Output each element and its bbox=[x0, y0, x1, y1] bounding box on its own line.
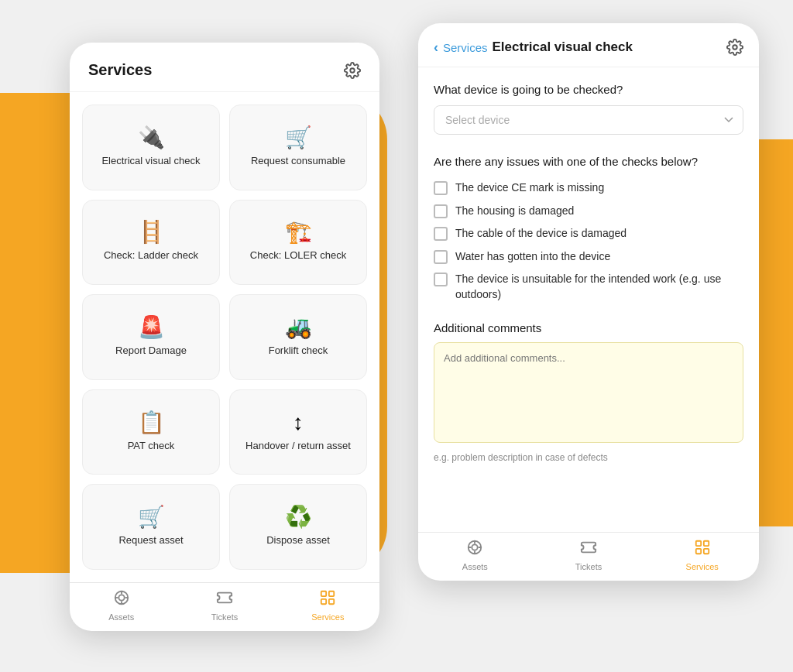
checkbox-list: The device CE mark is missing The housin… bbox=[434, 180, 743, 303]
consumable-icon: 🛒 bbox=[285, 127, 312, 149]
service-card-damage[interactable]: 🚨 Report Damage bbox=[82, 294, 220, 380]
svg-rect-7 bbox=[321, 591, 326, 596]
service-card-consumable[interactable]: 🛒 Request consumable bbox=[229, 105, 367, 190]
forklift-icon: 🚜 bbox=[285, 317, 312, 338]
handover-label: Handover / return asset bbox=[245, 440, 351, 453]
tickets-nav-label-right: Tickets bbox=[575, 562, 602, 571]
svg-rect-21 bbox=[704, 549, 709, 554]
tickets-nav-label: Tickets bbox=[211, 612, 238, 622]
checkbox-cable[interactable] bbox=[434, 227, 448, 241]
assets-nav-icon bbox=[113, 589, 130, 610]
bottom-nav-left: Assets Tickets Services bbox=[70, 582, 379, 631]
services-nav-label: Services bbox=[311, 612, 344, 622]
comments-hint: e.g. problem description in case of defe… bbox=[434, 452, 743, 463]
tickets-nav-icon-right bbox=[580, 539, 597, 560]
pat-label: PAT check bbox=[128, 440, 175, 453]
svg-point-1 bbox=[118, 595, 124, 600]
svg-point-11 bbox=[733, 45, 737, 50]
device-question: What device is going to be checked? bbox=[434, 83, 743, 96]
damage-icon: 🚨 bbox=[138, 317, 165, 338]
assets-nav-label: Assets bbox=[108, 612, 134, 622]
services-grid: 🔌 Electrical visual check 🛒 Request cons… bbox=[70, 92, 379, 582]
checkbox-housing-label: The housing is damaged bbox=[455, 204, 574, 219]
svg-rect-9 bbox=[321, 599, 326, 604]
service-card-handover[interactable]: ↕️ Handover / return asset bbox=[229, 389, 367, 475]
consumable-label: Request consumable bbox=[251, 155, 345, 168]
damage-label: Report Damage bbox=[115, 345, 187, 358]
forklift-label: Forklift check bbox=[269, 345, 328, 358]
svg-rect-20 bbox=[695, 549, 700, 554]
request-asset-icon: 🛒 bbox=[138, 506, 165, 528]
gear-icon-right[interactable] bbox=[726, 39, 743, 56]
service-card-pat[interactable]: 📋 PAT check bbox=[82, 389, 220, 475]
checkbox-water[interactable] bbox=[434, 250, 448, 264]
svg-point-0 bbox=[350, 68, 355, 73]
checkbox-unsuitable-label: The device is unsuitable for the intende… bbox=[455, 272, 743, 302]
checkbox-item-cable: The cable of the device is damaged bbox=[434, 226, 743, 242]
additional-comments-label: Additional comments bbox=[434, 321, 743, 334]
right-phone: ‹ Services Electrical visual check What … bbox=[418, 23, 759, 581]
checkbox-unsuitable[interactable] bbox=[434, 273, 448, 286]
nav-tickets-right[interactable]: Tickets bbox=[532, 539, 646, 571]
assets-nav-label-right: Assets bbox=[462, 562, 488, 571]
checkbox-ce[interactable] bbox=[434, 181, 448, 195]
services-nav-label-right: Services bbox=[686, 562, 719, 571]
comments-textarea[interactable] bbox=[434, 342, 743, 443]
electrical-label: Electrical visual check bbox=[101, 155, 200, 168]
detail-body: What device is going to be checked? Sele… bbox=[418, 67, 759, 532]
nav-assets-right[interactable]: Assets bbox=[418, 539, 532, 571]
checkbox-cable-label: The cable of the device is damaged bbox=[455, 226, 627, 242]
checkbox-item-ce: The device CE mark is missing bbox=[434, 180, 743, 196]
checkbox-water-label: Water has gotten into the device bbox=[455, 249, 610, 265]
svg-rect-18 bbox=[695, 541, 700, 546]
nav-services-right[interactable]: Services bbox=[645, 539, 759, 571]
tickets-nav-icon bbox=[216, 589, 233, 610]
ladder-icon: 🪜 bbox=[138, 221, 165, 243]
detail-header-left: ‹ Services Electrical visual check bbox=[434, 39, 633, 56]
service-card-dispose[interactable]: ♻️ Dispose asset bbox=[229, 484, 367, 570]
electrical-icon: 🔌 bbox=[138, 127, 165, 149]
breadcrumb-services[interactable]: Services bbox=[443, 41, 488, 54]
service-card-ladder[interactable]: 🪜 Check: Ladder check bbox=[82, 200, 220, 286]
request-asset-label: Request asset bbox=[118, 534, 183, 547]
services-nav-icon-right bbox=[694, 539, 711, 560]
bottom-nav-right: Assets Tickets Services bbox=[418, 532, 759, 581]
left-phone: Services 🔌 Electrical visual check 🛒 Req… bbox=[70, 43, 379, 631]
loler-icon: 🏗️ bbox=[285, 221, 312, 243]
pat-icon: 📋 bbox=[138, 412, 165, 434]
back-chevron-icon[interactable]: ‹ bbox=[434, 39, 438, 56]
nav-assets-left[interactable]: Assets bbox=[70, 589, 173, 622]
dispose-label: Dispose asset bbox=[266, 534, 330, 547]
svg-rect-10 bbox=[329, 599, 334, 604]
svg-rect-19 bbox=[704, 541, 709, 546]
phone-left-header: Services bbox=[70, 43, 379, 92]
checkbox-item-unsuitable: The device is unsuitable for the intende… bbox=[434, 272, 743, 302]
service-card-loler[interactable]: 🏗️ Check: LOLER check bbox=[229, 200, 367, 286]
checkbox-item-water: Water has gotten into the device bbox=[434, 249, 743, 265]
nav-services-left[interactable]: Services bbox=[276, 589, 379, 622]
detail-header: ‹ Services Electrical visual check bbox=[418, 23, 759, 67]
detail-page-title: Electrical visual check bbox=[493, 39, 633, 55]
checkbox-item-housing: The housing is damaged bbox=[434, 204, 743, 219]
svg-point-12 bbox=[472, 544, 478, 550]
service-card-request-asset[interactable]: 🛒 Request asset bbox=[82, 484, 220, 570]
service-card-electrical[interactable]: 🔌 Electrical visual check bbox=[82, 105, 220, 190]
ladder-label: Check: Ladder check bbox=[104, 249, 198, 262]
service-card-forklift[interactable]: 🚜 Forklift check bbox=[229, 294, 367, 380]
handover-icon: ↕️ bbox=[293, 412, 304, 434]
svg-rect-8 bbox=[329, 591, 334, 596]
checks-question: Are there any issues with one of the che… bbox=[434, 153, 743, 170]
services-title: Services bbox=[88, 61, 152, 79]
device-select[interactable]: Select device bbox=[434, 105, 743, 135]
services-nav-icon bbox=[319, 589, 336, 610]
assets-nav-icon-right bbox=[466, 539, 483, 560]
dispose-icon: ♻️ bbox=[285, 506, 312, 528]
gear-icon-left[interactable] bbox=[344, 62, 361, 79]
checkbox-housing[interactable] bbox=[434, 204, 448, 218]
nav-tickets-left[interactable]: Tickets bbox=[173, 589, 276, 622]
loler-label: Check: LOLER check bbox=[250, 249, 346, 262]
checkbox-ce-label: The device CE mark is missing bbox=[455, 180, 604, 196]
